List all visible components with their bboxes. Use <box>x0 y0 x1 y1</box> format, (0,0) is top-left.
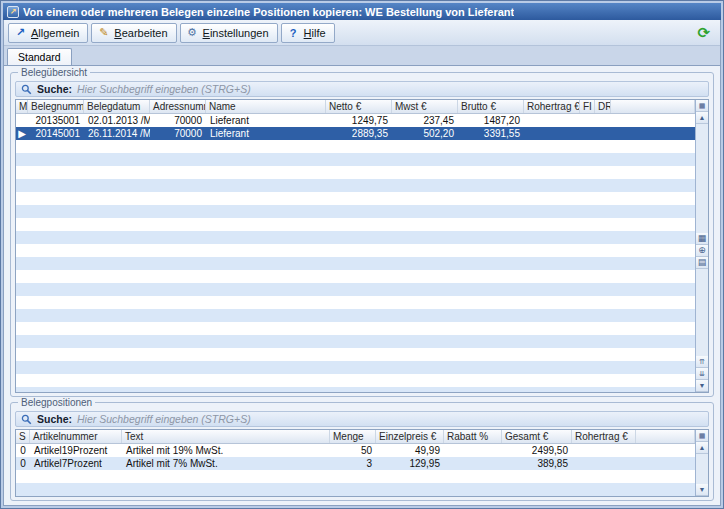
column-header[interactable]: Text <box>122 430 330 443</box>
cell <box>580 153 595 166</box>
column-header[interactable]: Netto € <box>326 100 392 113</box>
table-row-empty[interactable] <box>16 153 695 166</box>
window-title: Von einem oder mehreren Belegen einzelne… <box>23 6 514 18</box>
refresh-icon[interactable]: ⟳ <box>697 24 710 42</box>
cell <box>16 309 28 322</box>
table-row-empty[interactable] <box>16 387 695 392</box>
scroll-up-icon[interactable]: ▲ <box>696 442 708 454</box>
cell <box>611 361 695 374</box>
column-header[interactable]: Belegdatum <box>84 100 150 113</box>
cell <box>16 470 30 483</box>
table-row-empty[interactable] <box>16 179 695 192</box>
scrollbar-track[interactable] <box>696 454 708 484</box>
column-header[interactable]: Artikelnummer <box>30 430 122 443</box>
column-header[interactable]: M <box>16 100 28 113</box>
toolbar-button-hilfe[interactable]: ?Hilfe <box>281 23 335 43</box>
cell <box>150 153 206 166</box>
toolbar-button-bearbeiten[interactable]: ✎Bearbeiten <box>91 23 176 43</box>
cell <box>326 283 392 296</box>
scrollbar-track[interactable] <box>696 124 708 233</box>
cell <box>206 257 326 270</box>
table-row[interactable]: 2013500102.01.2013 /M70000Lieferant1249,… <box>16 114 695 127</box>
cell <box>572 470 636 483</box>
table-row-empty[interactable] <box>16 296 695 309</box>
column-header[interactable]: Rohertrag € <box>524 100 580 113</box>
cell <box>392 387 458 392</box>
table-row-empty[interactable] <box>16 283 695 296</box>
table-row-empty[interactable] <box>16 218 695 231</box>
beleguebersicht-search-input[interactable]: Suche: Hier Suchbegriff eingeben (STRG+S… <box>15 81 709 97</box>
table-row-empty[interactable] <box>16 322 695 335</box>
column-header[interactable]: Einzelpreis € <box>376 430 444 443</box>
table-row-empty[interactable] <box>16 335 695 348</box>
table-row-empty[interactable] <box>16 140 695 153</box>
zoom-icon[interactable]: ⊕ <box>696 245 708 257</box>
cell <box>611 127 695 140</box>
cell <box>611 335 695 348</box>
table-row-empty[interactable] <box>16 483 695 496</box>
column-header[interactable]: Belegnummer <box>28 100 84 113</box>
table-row[interactable]: 0Artikel7ProzentArtikel mit 7% MwSt.3129… <box>16 457 695 470</box>
cell <box>458 140 524 153</box>
column-header[interactable]: Mwst € <box>392 100 458 113</box>
cell <box>392 283 458 296</box>
column-header[interactable]: Adressnummer <box>150 100 206 113</box>
table-row-empty[interactable] <box>16 205 695 218</box>
belegpositionen-search-input[interactable]: Suche: Hier Suchbegriff eingeben (STRG+S… <box>15 411 709 427</box>
scroll-down-icon[interactable]: ▼ <box>696 484 708 496</box>
cell <box>572 457 636 470</box>
cell <box>206 361 326 374</box>
page-down-icon[interactable]: ⇊ <box>696 368 708 380</box>
column-header[interactable]: Name <box>206 100 326 113</box>
column-header[interactable]: Menge <box>330 430 376 443</box>
cell <box>524 244 580 257</box>
table-row[interactable]: ▶2014500126.11.2014 /M70000Lieferant2889… <box>16 127 695 140</box>
column-header[interactable]: FI <box>580 100 595 113</box>
column-chooser-icon[interactable]: ▦ <box>696 430 708 442</box>
cell <box>326 192 392 205</box>
cell <box>326 231 392 244</box>
scroll-up-icon[interactable]: ▲ <box>696 112 708 124</box>
table-row[interactable]: 0Artikel19ProzentArtikel mit 19% MwSt.50… <box>16 444 695 457</box>
cell <box>611 192 695 205</box>
table-row-empty[interactable] <box>16 309 695 322</box>
toolbar-button-einstellungen[interactable]: ⚙Einstellungen <box>180 23 278 43</box>
cell <box>16 270 28 283</box>
table-row-empty[interactable] <box>16 257 695 270</box>
cell <box>444 470 502 483</box>
cell <box>580 257 595 270</box>
grid-view-icon[interactable]: ▦ <box>696 233 708 245</box>
cell <box>580 296 595 309</box>
column-header[interactable]: Brutto € <box>458 100 524 113</box>
table-row-empty[interactable] <box>16 361 695 374</box>
tab-standard[interactable]: Standard <box>7 48 72 65</box>
hilfe-icon: ? <box>287 27 300 39</box>
column-header[interactable]: Rabatt % <box>444 430 502 443</box>
toolbar-button-label: Allgemein <box>31 27 79 39</box>
cell <box>326 153 392 166</box>
cell <box>28 283 84 296</box>
cell <box>580 218 595 231</box>
cell <box>392 205 458 218</box>
toolbar-button-allgemein[interactable]: ↗Allgemein <box>8 23 88 43</box>
beleguebersicht-group: Belegübersicht Suche: Hier Suchbegriff e… <box>10 72 714 397</box>
table-row-empty[interactable] <box>16 244 695 257</box>
table-row-empty[interactable] <box>16 270 695 283</box>
column-header[interactable]: S <box>16 430 30 443</box>
table-row-empty[interactable] <box>16 166 695 179</box>
column-chooser-icon[interactable]: ▦ <box>696 100 708 112</box>
column-header[interactable]: Rohertrag € <box>572 430 636 443</box>
column-header[interactable]: Gesamt € <box>502 430 572 443</box>
scroll-down-icon[interactable]: ▼ <box>696 380 708 392</box>
titlebar[interactable]: ↗ Von einem oder mehreren Belegen einzel… <box>3 3 721 20</box>
column-header[interactable]: DR <box>595 100 611 113</box>
details-view-icon[interactable]: ▤ <box>696 257 708 269</box>
scrollbar-track-lower[interactable] <box>696 269 708 356</box>
table-row-empty[interactable] <box>16 348 695 361</box>
table-row-empty[interactable] <box>16 192 695 205</box>
table-row-empty[interactable] <box>16 470 695 483</box>
cell <box>580 348 595 361</box>
table-row-empty[interactable] <box>16 231 695 244</box>
page-up-icon[interactable]: ⇈ <box>696 356 708 368</box>
table-row-empty[interactable] <box>16 374 695 387</box>
